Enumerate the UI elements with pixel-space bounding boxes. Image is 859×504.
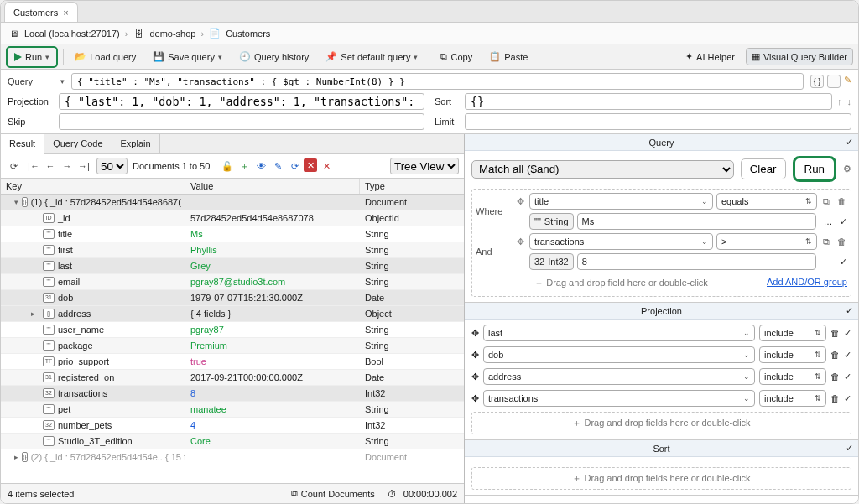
- field-select[interactable]: title⌄: [529, 193, 713, 210]
- skip-input[interactable]: [59, 113, 424, 130]
- field-select[interactable]: transactions⌄: [529, 233, 713, 250]
- query-history-button[interactable]: 🕘Query history: [233, 48, 315, 65]
- projection-dropzone[interactable]: ＋ Drag and drop fields here or double-cl…: [471, 412, 851, 434]
- move-icon[interactable]: ✥: [471, 328, 479, 339]
- load-query-button[interactable]: 📂Load query: [69, 48, 142, 65]
- copy-icon[interactable]: ⧉: [820, 236, 832, 247]
- remove-icon[interactable]: ✕: [319, 158, 334, 174]
- trash-icon[interactable]: 🗑: [836, 196, 847, 206]
- operator-select[interactable]: >⇅: [716, 233, 817, 250]
- unlock-icon[interactable]: 🔓: [220, 158, 235, 174]
- gear-icon[interactable]: ⚙: [843, 164, 851, 174]
- move-icon[interactable]: ✥: [471, 372, 479, 382]
- field-row[interactable]: 32number_pets 4 Int32: [1, 418, 464, 434]
- move-icon[interactable]: ✥: [514, 196, 526, 207]
- count-documents-button[interactable]: ⧉Count Documents: [285, 485, 381, 502]
- document-row[interactable]: ▾{}(1) { _id : 57d28452ed5d4d54e8687( 15…: [1, 195, 464, 210]
- save-query-button[interactable]: 💾Save query▾: [147, 48, 228, 65]
- include-select[interactable]: include⇅: [759, 368, 826, 385]
- trash-icon[interactable]: 🗑: [830, 350, 840, 360]
- projection-field-select[interactable]: transactions⌄: [483, 390, 755, 407]
- paste-button[interactable]: 📋Paste: [483, 48, 534, 65]
- check-icon[interactable]: ✓: [840, 257, 847, 268]
- operator-select[interactable]: equals⇅: [716, 193, 817, 210]
- move-icon[interactable]: ✥: [471, 393, 479, 404]
- trash-icon[interactable]: 🗑: [830, 393, 840, 403]
- check-icon[interactable]: ✓: [844, 350, 851, 361]
- tab-result[interactable]: Result: [1, 134, 44, 154]
- set-default-query-button[interactable]: 📌Set default query▾: [320, 48, 424, 65]
- move-icon[interactable]: ✥: [514, 236, 526, 247]
- trash-icon[interactable]: 🗑: [830, 372, 840, 382]
- sort-desc-icon[interactable]: ↓: [847, 96, 852, 107]
- last-page-icon[interactable]: →|: [76, 158, 91, 174]
- add-group-link[interactable]: Add AND/OR group: [767, 277, 847, 287]
- field-row[interactable]: ""title Ms String: [1, 226, 464, 242]
- refresh-icon[interactable]: ⟳: [6, 158, 21, 174]
- clear-button[interactable]: Clear: [741, 158, 786, 179]
- edit-doc-icon[interactable]: ✎: [270, 158, 285, 174]
- ai-helper-button[interactable]: ✦AI Helper: [679, 48, 741, 65]
- more-icon[interactable]: …: [820, 216, 836, 226]
- prev-page-icon[interactable]: ←: [43, 158, 58, 174]
- first-page-icon[interactable]: |←: [26, 158, 41, 174]
- crumb-db[interactable]: demo-shop: [149, 29, 195, 39]
- run-button[interactable]: Run ▾: [8, 49, 55, 65]
- field-row[interactable]: ""Studio_3T_edition Core String: [1, 434, 464, 449]
- vqb-query-header[interactable]: Query ✓: [465, 134, 858, 151]
- field-row[interactable]: ID_id 57d28452ed5d4d54e8687078 ObjectId: [1, 210, 464, 226]
- result-grid[interactable]: Key Value Type ▾{}(1) { _id : 57d28452ed…: [1, 179, 464, 483]
- include-select[interactable]: include⇅: [759, 346, 826, 363]
- sort-input[interactable]: [465, 93, 832, 110]
- value-input[interactable]: 8: [577, 253, 816, 270]
- view-doc-icon[interactable]: 👁: [253, 158, 268, 174]
- document-row[interactable]: ▸{}(2) { _id : 57d28452ed5d4d54e...{ 15 …: [1, 449, 464, 465]
- crumb-host[interactable]: Local (localhost:27017): [24, 29, 120, 39]
- field-row[interactable]: 31dob 1979-07-07T15:21:30.000Z Date: [1, 290, 464, 306]
- field-row[interactable]: ""first Phyllis String: [1, 242, 464, 258]
- clause-dropzone[interactable]: ＋ Drag and drop field here or double-cli…: [476, 273, 847, 293]
- copy-button[interactable]: ⧉Copy: [435, 48, 478, 65]
- sort-dropzone[interactable]: ＋ Drag and drop fields here or double-cl…: [471, 467, 851, 490]
- field-row[interactable]: ""pet manatee String: [1, 402, 464, 418]
- update-icon[interactable]: ⟳: [287, 158, 302, 174]
- close-icon[interactable]: ×: [63, 8, 68, 18]
- field-row[interactable]: ""last Grey String: [1, 258, 464, 274]
- field-row[interactable]: ""package Premium String: [1, 338, 464, 354]
- projection-field-select[interactable]: last⌄: [483, 325, 755, 341]
- check-icon[interactable]: ✓: [844, 328, 851, 339]
- tab-query-code[interactable]: Query Code: [44, 134, 112, 153]
- check-icon[interactable]: ✓: [844, 372, 851, 382]
- move-icon[interactable]: ✥: [471, 350, 479, 361]
- chevron-down-icon[interactable]: ▾: [60, 77, 65, 86]
- projection-input[interactable]: [59, 93, 424, 110]
- type-select[interactable]: 32Int32: [529, 253, 574, 270]
- crumb-coll[interactable]: Customers: [226, 29, 270, 39]
- options-icon[interactable]: ⋯: [827, 75, 841, 88]
- copy-icon[interactable]: ⧉: [820, 196, 832, 207]
- trash-icon[interactable]: 🗑: [836, 236, 847, 247]
- col-type[interactable]: Type: [360, 179, 464, 194]
- clear-icon[interactable]: ✎: [844, 75, 851, 88]
- delete-icon[interactable]: ✕: [304, 158, 317, 172]
- visual-query-builder-button[interactable]: ▦Visual Query Builder: [746, 48, 853, 65]
- check-icon[interactable]: ✓: [844, 393, 851, 404]
- col-value[interactable]: Value: [185, 179, 360, 194]
- trash-icon[interactable]: 🗑: [830, 328, 840, 338]
- projection-field-select[interactable]: dob⌄: [483, 346, 755, 363]
- page-size-select[interactable]: 50: [96, 158, 128, 174]
- vqb-run-button[interactable]: Run: [796, 159, 833, 179]
- include-select[interactable]: include⇅: [759, 390, 826, 407]
- query-input[interactable]: [71, 73, 804, 90]
- format-icon[interactable]: { }: [810, 75, 824, 88]
- col-key[interactable]: Key: [1, 179, 185, 194]
- include-select[interactable]: include⇅: [759, 325, 826, 341]
- vqb-sort-header[interactable]: Sort ✓: [465, 440, 858, 457]
- add-doc-icon[interactable]: ＋: [237, 158, 252, 174]
- vqb-projection-header[interactable]: Projection ✓: [465, 303, 858, 320]
- field-row[interactable]: ▸{}address { 4 fields } Object: [1, 306, 464, 322]
- field-row[interactable]: ""email pgray87@studio3t.com String: [1, 274, 464, 290]
- field-row[interactable]: 31registered_on 2017-09-21T00:00:00.000Z…: [1, 370, 464, 386]
- next-page-icon[interactable]: →: [60, 158, 75, 174]
- field-row[interactable]: TFprio_support true Bool: [1, 354, 464, 370]
